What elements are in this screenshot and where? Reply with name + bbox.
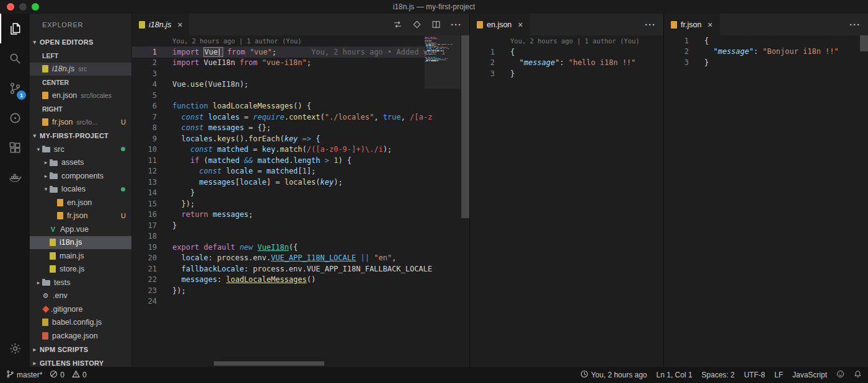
activity-search-icon[interactable] — [0, 43, 30, 73]
activity-settings-icon[interactable] — [0, 333, 30, 363]
code-line: 21 fallbackLocale: process.env.VUE_APP_I… — [132, 263, 469, 275]
activity-source-control-icon[interactable]: 1 — [0, 73, 30, 103]
bell-icon — [854, 370, 862, 380]
minimize-window-button[interactable] — [19, 3, 27, 11]
status-cursor-position[interactable]: Ln 1, Col 1 — [657, 371, 693, 379]
tree-item-components[interactable]: ▸components — [30, 169, 131, 183]
code-area[interactable]: 1import Vue from "vue";You, 2 hours ago … — [132, 46, 469, 307]
git-status-badge: U — [121, 118, 126, 126]
project-header[interactable]: ▾ MY-FIRST-PROJECT — [30, 129, 131, 143]
more-actions-icon[interactable]: ··· — [451, 19, 462, 30]
status-feedback[interactable] — [836, 370, 844, 380]
more-actions-icon[interactable]: ··· — [645, 19, 656, 30]
status-indentation[interactable]: Spaces: 2 — [702, 371, 735, 379]
code-line: 3 — [132, 68, 469, 79]
activity-extensions-icon[interactable] — [0, 133, 30, 162]
code-line: 1{ — [470, 46, 663, 58]
tree-item-store.js[interactable]: store.js — [30, 263, 131, 276]
tree-item-.gitignore[interactable]: .gitignore — [30, 302, 131, 316]
line-number: 20 — [132, 253, 157, 262]
split-editor-icon[interactable] — [432, 20, 441, 29]
source-control-badge: 1 — [17, 90, 26, 100]
tree-item-assets[interactable]: ▸assets — [30, 156, 131, 170]
open-editor-en.json[interactable]: en.jsonsrc/locales — [30, 89, 131, 103]
editor[interactable]: You, 2 hours ago | 1 author (You)1{2 "me… — [470, 35, 663, 367]
open-changes-icon[interactable] — [393, 20, 402, 29]
open-editor-i18n.js[interactable]: i18n.jssrc — [30, 63, 131, 76]
status-warnings[interactable]: 0 — [72, 370, 87, 380]
gitlens-history-header[interactable]: ▸ GITLENS HISTORY — [30, 356, 131, 368]
horizontal-scrollbar[interactable] — [214, 361, 324, 366]
status-notifications[interactable] — [854, 370, 862, 380]
vue-icon: V — [50, 226, 56, 233]
tab-en.json[interactable]: en.json× — [470, 14, 530, 35]
folder-icon — [50, 174, 58, 179]
js-file-icon — [139, 21, 145, 29]
tree-item-App.vue[interactable]: VApp.vue — [30, 222, 131, 236]
tree-item-en.json[interactable]: en.json — [30, 196, 131, 209]
tab-bar: en.json×··· — [470, 14, 663, 35]
line-number: 1 — [470, 48, 495, 56]
activity-explorer-icon[interactable] — [0, 14, 30, 43]
line-number: 21 — [132, 265, 157, 273]
tree-item-tests[interactable]: ▸tests — [30, 276, 131, 289]
npm-scripts-header[interactable]: ▸ NPM SCRIPTS — [30, 343, 131, 356]
gitlens-icon[interactable] — [412, 20, 422, 29]
status-branch[interactable]: master* — [6, 370, 42, 380]
tree-item-i18n.js[interactable]: i18n.js — [30, 236, 131, 250]
explorer-sidebar: EXPLORER ▾ OPEN EDITORS LEFTi18n.jssrcCE… — [30, 14, 132, 367]
open-editor-fr.json[interactable]: fr.jsonsrc/lo...U — [30, 116, 131, 130]
status-gitlens-blame[interactable]: You, 2 hours ago — [580, 370, 647, 380]
code-line: 3} — [664, 57, 868, 68]
tab-i18n.js[interactable]: i18n.js× — [132, 14, 189, 35]
chevron-right-icon: ▸ — [42, 159, 50, 165]
line-number: 18 — [132, 232, 157, 240]
tree-item-.env[interactable]: ⚙.env — [30, 289, 131, 303]
code-area[interactable]: 1{2 "message": "hello i18n !!"3} — [470, 46, 663, 79]
code-line: 1import Vue from "vue";You, 2 hours ago … — [132, 46, 469, 58]
code-line: 2import VueI18n from "vue-i18n"; — [132, 58, 469, 69]
editor-group-2: en.json×···You, 2 hours ago | 1 author (… — [469, 14, 663, 367]
tree-item-package.json[interactable]: package.json — [30, 329, 131, 343]
status-language-mode[interactable]: JavaScript — [792, 371, 827, 379]
activity-debug-icon[interactable] — [0, 103, 30, 133]
tree-item-locales[interactable]: ▾locales — [30, 183, 131, 196]
gitlens-blame-bar: You, 2 hours ago | 1 author (You) — [132, 35, 469, 46]
tree-item-main.js[interactable]: main.js — [30, 249, 131, 263]
editor[interactable]: 1{2 "message": "Bonjour i18n !!"3} — [664, 35, 868, 367]
json-file-icon — [57, 212, 63, 219]
close-tab-icon[interactable]: × — [707, 20, 712, 29]
line-number: 1 — [132, 48, 157, 56]
line-number: 23 — [132, 286, 157, 295]
status-encoding[interactable]: UTF-8 — [744, 371, 765, 379]
more-actions-icon[interactable]: ··· — [849, 19, 861, 30]
open-editors-header[interactable]: ▾ OPEN EDITORS — [30, 35, 131, 49]
tab-fr.json[interactable]: fr.json× — [664, 14, 720, 35]
close-window-button[interactable] — [7, 3, 14, 11]
env-icon: ⚙ — [42, 292, 49, 300]
minimap[interactable] — [425, 35, 461, 64]
status-errors[interactable]: 0 — [50, 370, 64, 380]
tree-item-src[interactable]: ▾src — [30, 143, 131, 156]
status-eol[interactable]: LF — [774, 371, 783, 379]
line-number: 17 — [132, 221, 157, 230]
line-number: 11 — [132, 156, 157, 165]
editor-area: i18n.js×···You, 2 hours ago | 1 author (… — [132, 14, 868, 367]
tree-item-babel.config.js[interactable]: babel.config.js — [30, 316, 131, 330]
code-line: 7 const locales = require.context("./loc… — [132, 112, 469, 123]
close-tab-icon[interactable]: × — [518, 20, 523, 29]
line-number: 14 — [132, 188, 157, 197]
code-area[interactable]: 1{2 "message": "Bonjour i18n !!"3} — [664, 35, 868, 68]
error-icon — [50, 370, 58, 380]
close-tab-icon[interactable]: × — [177, 20, 182, 29]
json-file-icon — [57, 199, 63, 206]
gitlens-blame-bar: You, 2 hours ago | 1 author (You) — [470, 35, 663, 46]
activity-docker-icon[interactable] — [0, 162, 30, 192]
npm-scripts-label: NPM SCRIPTS — [40, 346, 88, 353]
editor[interactable]: You, 2 hours ago | 1 author (You)1import… — [132, 35, 469, 367]
vertical-scrollbar[interactable] — [860, 35, 868, 367]
tree-item-fr.json[interactable]: fr.jsonU — [30, 209, 131, 223]
vertical-scrollbar[interactable] — [461, 35, 469, 367]
zoom-window-button[interactable] — [32, 3, 39, 11]
js-file-icon — [50, 265, 56, 273]
